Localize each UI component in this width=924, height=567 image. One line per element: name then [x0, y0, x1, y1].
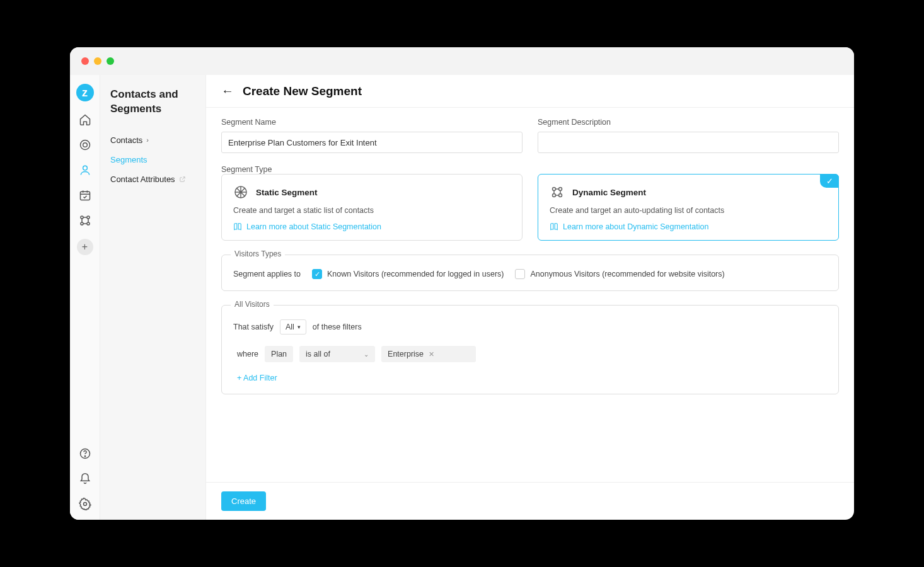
filters-legend: All Visitors	[231, 300, 274, 309]
dynamic-segment-card[interactable]: ✓ Dynamic Segment Create and target an a…	[538, 174, 839, 241]
calendar-icon[interactable]	[78, 188, 92, 202]
static-title: Static Segment	[256, 188, 318, 197]
back-arrow-icon[interactable]: ←	[221, 84, 234, 98]
svg-point-0	[80, 140, 90, 150]
static-desc: Create and target a static list of conta…	[233, 206, 511, 215]
add-icon[interactable]: +	[77, 239, 93, 255]
campaigns-icon[interactable]	[78, 138, 92, 152]
where-label: where	[237, 350, 258, 358]
svg-point-15	[559, 194, 562, 197]
checkbox-checked-icon: ✓	[312, 269, 322, 279]
sidebar-title: Contacts and Segments	[110, 88, 195, 117]
chevron-down-icon: ⌄	[364, 351, 369, 358]
svg-point-4	[80, 216, 83, 219]
window-minimize-dot[interactable]	[94, 57, 101, 65]
sidebar-item-contacts[interactable]: Contacts ›	[110, 130, 195, 150]
satisfy-mode-select[interactable]: All ▾	[280, 319, 306, 335]
svg-point-5	[86, 216, 89, 219]
svg-point-14	[553, 194, 556, 197]
visitors-fieldset: Visitors Types Segment applies to ✓ Know…	[221, 255, 839, 291]
notifications-icon[interactable]	[78, 472, 92, 486]
svg-rect-3	[80, 192, 90, 200]
dynamic-learn-link[interactable]: Learn more about Dynamic Segmentation	[550, 222, 827, 231]
svg-point-12	[553, 188, 556, 191]
book-icon	[550, 222, 558, 231]
add-filter-button[interactable]: + Add Filter	[233, 374, 827, 382]
chevron-right-icon: ›	[146, 136, 149, 144]
static-segment-card[interactable]: Static Segment Create and target a stati…	[221, 174, 523, 241]
checkbox-unchecked-icon	[515, 269, 525, 279]
satisfy-post-text: of these filters	[313, 323, 362, 331]
settings-icon[interactable]	[78, 497, 92, 511]
main-header: ← Create New Segment	[206, 75, 854, 108]
selected-check-icon: ✓	[820, 174, 839, 188]
svg-point-10	[83, 503, 86, 506]
remove-value-icon[interactable]: ✕	[429, 350, 434, 358]
segment-name-label: Segment Name	[221, 118, 523, 127]
book-icon	[233, 222, 242, 231]
window-close-dot[interactable]	[81, 57, 89, 65]
help-icon[interactable]	[78, 447, 92, 461]
svg-point-13	[559, 188, 562, 191]
segment-name-input[interactable]	[221, 132, 523, 153]
section-sidebar: Contacts and Segments Contacts › Segment…	[100, 75, 206, 520]
window-titlebar	[70, 47, 854, 75]
external-link-icon	[179, 176, 186, 183]
dynamic-segment-icon	[550, 185, 565, 200]
home-icon[interactable]	[78, 113, 92, 127]
known-visitors-checkbox[interactable]: ✓ Known Visitors (recommended for logged…	[312, 269, 504, 279]
segment-applies-label: Segment applies to	[233, 270, 301, 278]
sidebar-item-segments[interactable]: Segments	[110, 150, 195, 169]
dynamic-desc: Create and target an auto-updating list …	[550, 206, 827, 215]
sidebar-item-label: Contacts	[110, 135, 142, 145]
contacts-icon[interactable]	[78, 163, 92, 177]
nav-rail: z +	[70, 75, 100, 520]
filter-operator-chip[interactable]: is all of ⌄	[299, 346, 375, 362]
segment-desc-label: Segment Description	[538, 118, 839, 127]
page-title: Create New Segment	[243, 84, 362, 98]
static-segment-icon	[233, 185, 248, 200]
filter-attribute-chip[interactable]: Plan	[265, 346, 293, 362]
satisfy-pre-text: That satisfy	[233, 323, 274, 331]
chevron-down-icon: ▾	[297, 324, 301, 330]
sidebar-item-label: Contact Attributes	[110, 175, 175, 184]
app-logo-icon[interactable]: z	[76, 84, 94, 101]
main-footer: Create	[206, 482, 854, 520]
segment-desc-input[interactable]	[538, 132, 839, 153]
static-learn-link[interactable]: Learn more about Static Segmentation	[233, 222, 511, 231]
svg-point-2	[83, 166, 87, 170]
dynamic-title: Dynamic Segment	[572, 188, 646, 197]
sidebar-item-contact-attributes[interactable]: Contact Attributes	[110, 169, 195, 189]
svg-point-9	[84, 456, 85, 457]
svg-point-1	[83, 143, 87, 147]
filter-value-chip[interactable]: Enterprise ✕	[381, 346, 476, 362]
svg-point-7	[86, 222, 89, 225]
workflow-icon[interactable]	[78, 214, 92, 227]
svg-point-6	[80, 222, 83, 225]
sidebar-item-label: Segments	[110, 155, 147, 164]
visitors-legend: Visitors Types	[231, 249, 285, 258]
create-button[interactable]: Create	[221, 491, 266, 511]
main-panel: ← Create New Segment Segment Name Segmen…	[206, 75, 854, 520]
window-zoom-dot[interactable]	[107, 57, 114, 65]
filters-fieldset: All Visitors That satisfy All ▾ of these…	[221, 305, 839, 394]
app-window: z +	[70, 47, 854, 520]
anonymous-visitors-checkbox[interactable]: Anonymous Visitors (recommended for webs…	[515, 269, 724, 279]
segment-type-label: Segment Type	[221, 165, 272, 174]
